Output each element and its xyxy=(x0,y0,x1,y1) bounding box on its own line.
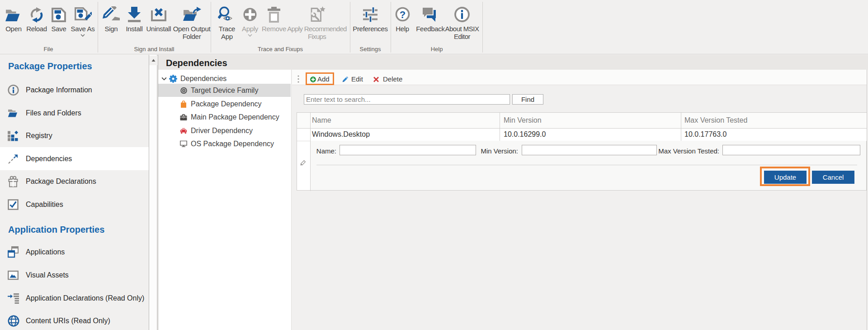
svg-text:?: ? xyxy=(399,9,405,20)
